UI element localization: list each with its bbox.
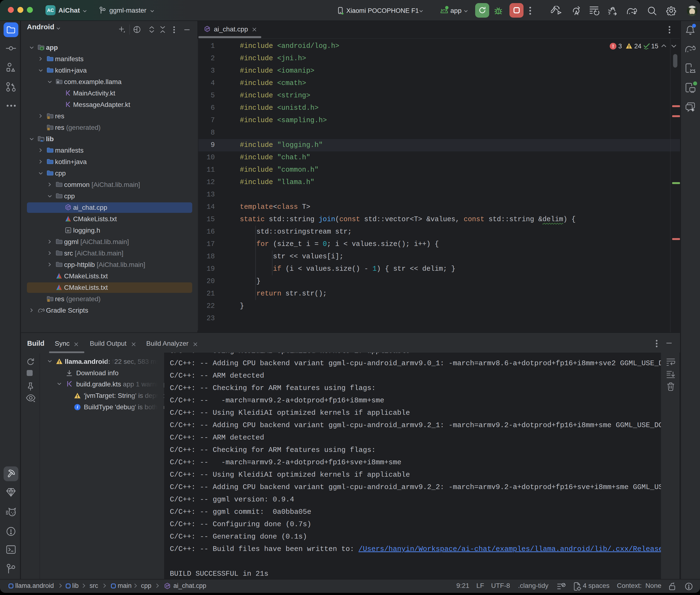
svg-text:C: C xyxy=(166,584,168,588)
svg-text:H: H xyxy=(67,229,69,233)
svg-text:C: C xyxy=(206,27,208,31)
svg-text:C: C xyxy=(67,206,69,209)
